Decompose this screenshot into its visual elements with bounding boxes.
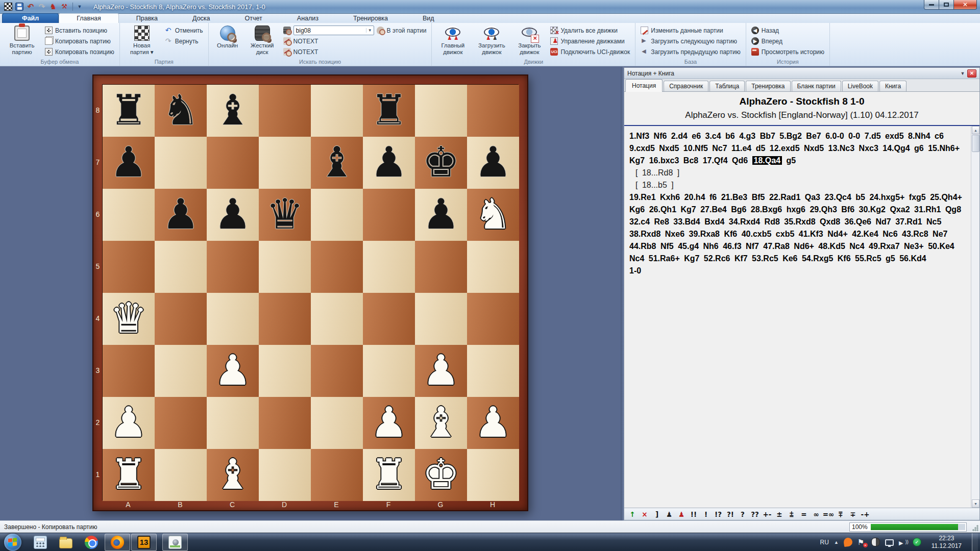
square-a2[interactable]: ♟: [103, 397, 155, 449]
tab-Таблица[interactable]: Таблица: [709, 81, 745, 91]
ribbon-tab-1[interactable]: Главная: [59, 13, 119, 23]
square-c1[interactable]: ♝: [207, 449, 259, 501]
annotation-17[interactable]: ⩱: [835, 509, 847, 520]
load-engine-button[interactable]: Загрузить движок: [473, 24, 510, 56]
square-c3[interactable]: ♟: [207, 345, 259, 397]
volume-tray-icon[interactable]: [899, 538, 908, 546]
tab-LiveBook[interactable]: LiveBook: [842, 81, 878, 91]
white-bishop-c1[interactable]: ♝: [207, 449, 259, 501]
annotation-9[interactable]: ?: [737, 509, 749, 520]
white-pawn-h2[interactable]: ♟: [467, 397, 519, 449]
white-king-g1[interactable]: ♚: [415, 449, 467, 501]
settings-wrench-icon[interactable]: ⚒: [60, 3, 68, 11]
white-pawn-g3[interactable]: ♟: [415, 345, 467, 397]
square-a4[interactable]: ♛: [103, 293, 155, 345]
scroll-down-icon[interactable]: ▼: [972, 499, 979, 508]
paste-game-button[interactable]: Вставить партию: [3, 24, 41, 56]
ribbon-tab-2[interactable]: Правка: [119, 14, 175, 23]
square-g3[interactable]: ♟: [415, 345, 467, 397]
close-engine-button[interactable]: Закрыть движок: [512, 24, 546, 56]
taskbar-firefox-button[interactable]: [105, 534, 130, 551]
tab-Тренировка[interactable]: Тренировка: [746, 81, 790, 91]
square-b6[interactable]: ♟: [155, 189, 207, 241]
black-pawn-h7[interactable]: ♟: [467, 137, 519, 189]
square-b4[interactable]: [155, 293, 207, 345]
moves-after-highlight[interactable]: g5: [782, 156, 796, 165]
annotation-12[interactable]: ±: [773, 509, 786, 520]
square-a7[interactable]: ♟: [103, 137, 155, 189]
panel-dropdown-icon[interactable]: ▼: [958, 69, 967, 78]
black-rook-a8[interactable]: ♜: [103, 85, 155, 137]
black-pawn-f7[interactable]: ♟: [363, 137, 415, 189]
square-a8[interactable]: ♜: [103, 85, 155, 137]
load-prev-game-button[interactable]: Загрузить предыдущую партию: [639, 47, 742, 57]
annotation-18[interactable]: ∓: [847, 509, 859, 520]
square-b1[interactable]: [155, 449, 207, 501]
square-e8[interactable]: [311, 85, 363, 137]
square-a3[interactable]: [103, 345, 155, 397]
annotation-13[interactable]: ⩲: [786, 509, 798, 520]
ribbon-tab-6[interactable]: Тренировка: [336, 14, 405, 23]
tab-Бланк партии[interactable]: Бланк партии: [792, 81, 841, 91]
square-g7[interactable]: ♚: [415, 137, 467, 189]
square-d3[interactable]: [259, 345, 311, 397]
square-h8[interactable]: [467, 85, 519, 137]
taskbar-explorer-button[interactable]: [53, 533, 79, 551]
reference-db-input[interactable]: [294, 27, 366, 34]
annotation-11[interactable]: +-: [761, 509, 773, 520]
reference-db-combobox[interactable]: ▼: [293, 26, 374, 35]
square-g6[interactable]: ♟: [415, 189, 467, 241]
annotation-5[interactable]: !!: [688, 509, 700, 520]
show-desktop-button[interactable]: [972, 533, 978, 551]
square-f8[interactable]: ♜: [363, 85, 415, 137]
panel-close-icon[interactable]: ✕: [967, 69, 976, 78]
minimize-button[interactable]: [924, 0, 939, 10]
app-icon[interactable]: [4, 3, 12, 11]
delete-annotations-icon[interactable]: ×: [639, 509, 651, 520]
square-g5[interactable]: [415, 241, 467, 293]
taskbar-clock[interactable]: 22:23 11.12.2017: [926, 535, 967, 550]
taskbar-chessbase-button[interactable]: 13: [131, 534, 157, 551]
black-pawn-c6[interactable]: ♟: [207, 189, 259, 241]
annotation-14[interactable]: =: [798, 509, 810, 520]
square-b8[interactable]: ♞: [155, 85, 207, 137]
black-bishop-c8[interactable]: ♝: [207, 85, 259, 137]
square-b3[interactable]: [155, 345, 207, 397]
save-icon[interactable]: [15, 3, 23, 11]
view-history-button[interactable]: Просмотреть историю: [749, 47, 826, 57]
square-d2[interactable]: [259, 397, 311, 449]
square-d1[interactable]: [259, 449, 311, 501]
annotation-7[interactable]: !?: [712, 509, 724, 520]
variation-2[interactable]: [ 18...b5 ]: [635, 179, 967, 191]
square-g1[interactable]: ♚: [415, 449, 467, 501]
square-c4[interactable]: [207, 293, 259, 345]
square-h2[interactable]: ♟: [467, 397, 519, 449]
qat-dropdown-icon[interactable]: ▼: [77, 3, 82, 11]
antivirus-tray-icon[interactable]: [843, 537, 853, 547]
black-bishop-e7[interactable]: ♝: [311, 137, 363, 189]
white-queen-a4[interactable]: ♛: [103, 293, 155, 345]
scrollbar-thumb[interactable]: [972, 135, 979, 152]
white-rook-a1[interactable]: ♜: [103, 449, 155, 501]
black-king-g7[interactable]: ♚: [415, 137, 467, 189]
white-bishop-g2[interactable]: ♝: [415, 397, 467, 449]
square-e6[interactable]: [311, 189, 363, 241]
maximize-button[interactable]: [939, 0, 953, 10]
title-bar[interactable]: ↶ ↷ ♞ ⚒ ▼ AlphaZero - Stockfish 8, Alpha…: [0, 0, 980, 14]
black-pawn-b6[interactable]: ♟: [155, 189, 207, 241]
square-e7[interactable]: ♝: [311, 137, 363, 189]
square-e2[interactable]: [311, 397, 363, 449]
search-harddisk-button[interactable]: Жесткий диск: [246, 24, 279, 56]
square-e4[interactable]: [311, 293, 363, 345]
annotation-6[interactable]: !: [700, 509, 712, 520]
square-a6[interactable]: [103, 189, 155, 241]
red-piece-icon[interactable]: ♟: [675, 509, 688, 520]
square-f4[interactable]: [363, 293, 415, 345]
black-pawn-a7[interactable]: ♟: [103, 137, 155, 189]
zoom-widget[interactable]: 100%: [849, 522, 967, 532]
start-button[interactable]: [4, 534, 21, 551]
square-d4[interactable]: [259, 293, 311, 345]
square-c5[interactable]: [207, 241, 259, 293]
square-e3[interactable]: [311, 345, 363, 397]
square-d6[interactable]: ♛: [259, 189, 311, 241]
